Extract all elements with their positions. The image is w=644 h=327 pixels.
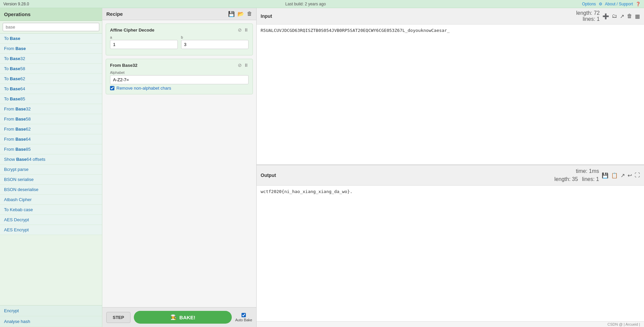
sidebar-item-4[interactable]: To Base62 bbox=[0, 74, 102, 84]
sidebar-list: To BaseFrom BaseTo Base32To Base58To Bas… bbox=[0, 34, 102, 305]
sidebar-item-7[interactable]: From Base32 bbox=[0, 104, 102, 114]
sidebar-item-6[interactable]: To Base85 bbox=[0, 94, 102, 104]
affine-disable-icon[interactable]: ⊘ bbox=[238, 27, 242, 33]
version-label: Version 9.28.0 bbox=[3, 2, 29, 6]
output-time-label: time: bbox=[576, 168, 589, 174]
recipe-header: Recipe 💾 📂 🗑 bbox=[102, 8, 256, 20]
sidebar-item-17[interactable]: To Kebab case bbox=[0, 205, 102, 215]
affine-cipher-title: Affine Cipher Decode bbox=[110, 28, 154, 33]
remove-nonalpha-row: Remove non-alphabet chars bbox=[110, 86, 249, 91]
from-base32-disable-icon[interactable]: ⊘ bbox=[238, 62, 242, 68]
right-panel: Input length: 72 lines: 1 ➕ 🗂 ↗ 🗑 ▦ Out bbox=[257, 8, 644, 327]
affine-b-field: b bbox=[181, 35, 249, 49]
output-save-icon[interactable]: 💾 bbox=[602, 172, 608, 179]
sidebar-item-13[interactable]: Bcrypt parse bbox=[0, 165, 102, 175]
sidebar: Operations To BaseFrom BaseTo Base32To B… bbox=[0, 8, 102, 327]
input-icons: length: 72 lines: 1 ➕ 🗂 ↗ 🗑 ▦ bbox=[576, 10, 640, 22]
main-layout: Operations To BaseFrom BaseTo Base32To B… bbox=[0, 8, 644, 327]
alphabet-field: Alphabet bbox=[110, 71, 249, 84]
sidebar-item-analyse-hash[interactable]: Analyse hash bbox=[0, 316, 102, 327]
sidebar-item-5[interactable]: To Base64 bbox=[0, 84, 102, 94]
recipe-body: Affine Cipher Decode ⊘ ⏸ a b bbox=[102, 20, 256, 307]
bake-label: BAKE! bbox=[179, 315, 196, 320]
sidebar-item-18[interactable]: AES Decrypt bbox=[0, 215, 102, 225]
input-section: Input length: 72 lines: 1 ➕ 🗂 ↗ 🗑 ▦ bbox=[257, 8, 644, 165]
sidebar-item-19[interactable]: AES Encrypt bbox=[0, 225, 102, 235]
search-input[interactable] bbox=[3, 23, 99, 31]
input-meta: length: 72 lines: 1 bbox=[576, 10, 600, 22]
output-popout-icon[interactable]: ↗ bbox=[621, 172, 625, 179]
input-lines-label: lines: bbox=[583, 16, 597, 22]
sidebar-item-12[interactable]: Show Base64 offsets bbox=[0, 154, 102, 165]
bake-button[interactable]: 🧑‍🍳 BAKE! bbox=[134, 311, 232, 324]
from-base32-icons: ⊘ ⏸ bbox=[238, 62, 249, 68]
delete-recipe-icon[interactable]: 🗑 bbox=[247, 11, 252, 17]
affine-a-label: a bbox=[110, 35, 178, 39]
help-icon[interactable]: ❓ bbox=[636, 2, 641, 6]
about-link[interactable]: About / Support bbox=[605, 2, 633, 6]
sidebar-item-15[interactable]: BSON deserialise bbox=[0, 185, 102, 195]
input-length-label: length: bbox=[576, 10, 594, 16]
sidebar-item-10[interactable]: From Base64 bbox=[0, 134, 102, 144]
sidebar-item-11[interactable]: From Base85 bbox=[0, 144, 102, 154]
bake-icon: 🧑‍🍳 bbox=[170, 314, 177, 320]
input-length-value: 72 bbox=[594, 10, 600, 16]
input-add-icon[interactable]: ➕ bbox=[602, 13, 609, 19]
alphabet-input[interactable] bbox=[110, 75, 249, 84]
output-fullscreen-icon[interactable]: ⛶ bbox=[635, 172, 640, 178]
sidebar-item-8[interactable]: From Base58 bbox=[0, 114, 102, 124]
statusbar: CSDN @ | Arcueid | bbox=[257, 321, 644, 327]
sidebar-item-16[interactable]: Atbash Cipher bbox=[0, 195, 102, 205]
remove-nonalpha-checkbox[interactable] bbox=[110, 86, 114, 90]
output-copy-icon[interactable]: 📋 bbox=[611, 172, 618, 179]
output-lines-label: lines: bbox=[582, 176, 596, 182]
affine-a-input[interactable] bbox=[110, 40, 178, 49]
affine-cipher-icons: ⊘ ⏸ bbox=[238, 27, 249, 33]
open-recipe-icon[interactable]: 📂 bbox=[237, 11, 244, 17]
recipe-panel: Recipe 💾 📂 🗑 Affine Cipher Decode ⊘ ⏸ bbox=[102, 8, 257, 327]
sidebar-item-2[interactable]: To Base32 bbox=[0, 54, 102, 64]
from-base32-pause-icon[interactable]: ⏸ bbox=[244, 62, 249, 68]
output-undo-icon[interactable]: ↩ bbox=[628, 172, 632, 179]
remove-nonalpha-label[interactable]: Remove non-alphabet chars bbox=[116, 86, 171, 91]
step-button[interactable]: STEP bbox=[106, 312, 130, 323]
affine-cipher-fields: a b bbox=[110, 35, 249, 49]
sidebar-item-9[interactable]: From Base62 bbox=[0, 124, 102, 134]
from-base32-card: From Base32 ⊘ ⏸ Alphabet Remove non-alph… bbox=[106, 59, 253, 94]
topbar: Version 9.28.0 Last build: 2 years ago O… bbox=[0, 0, 644, 8]
affine-b-input[interactable] bbox=[181, 40, 249, 49]
input-textarea[interactable] bbox=[257, 25, 644, 165]
options-link[interactable]: Options bbox=[582, 2, 596, 6]
affine-pause-icon[interactable]: ⏸ bbox=[244, 27, 249, 33]
input-delete-icon[interactable]: 🗑 bbox=[627, 13, 632, 19]
sidebar-item-14[interactable]: BSON serialise bbox=[0, 175, 102, 185]
recipe-header-icons: 💾 📂 🗑 bbox=[228, 11, 252, 17]
output-text: wctf2020{ni_hao_xiang_xiang_da_wo}. bbox=[261, 189, 353, 194]
input-title: Input bbox=[261, 13, 272, 19]
output-length-value: 35 bbox=[572, 176, 578, 182]
recipe-footer: STEP 🧑‍🍳 BAKE! Auto Bake bbox=[102, 307, 256, 327]
output-section: Output time: 1ms length: 35 lines: 1 💾 📋… bbox=[257, 165, 644, 321]
output-length-label: length: bbox=[554, 176, 572, 182]
gear-icon[interactable]: ⚙ bbox=[599, 2, 602, 6]
sidebar-header: Operations bbox=[0, 8, 102, 21]
sidebar-item-3[interactable]: To Base58 bbox=[0, 64, 102, 74]
alphabet-label: Alphabet bbox=[110, 71, 249, 75]
autobake-wrap: Auto Bake bbox=[235, 313, 252, 322]
output-time-value: 1ms bbox=[589, 168, 599, 174]
save-recipe-icon[interactable]: 💾 bbox=[228, 11, 235, 17]
input-popout-icon[interactable]: ↗ bbox=[620, 13, 624, 19]
sidebar-item-1[interactable]: From Base bbox=[0, 44, 102, 54]
recipe-title: Recipe bbox=[106, 11, 123, 17]
sidebar-item-0[interactable]: To Base bbox=[0, 34, 102, 44]
autobake-checkbox[interactable] bbox=[241, 313, 246, 317]
output-title: Output bbox=[261, 173, 276, 178]
build-label: Last build: 2 years ago bbox=[285, 2, 326, 6]
sidebar-item-encrypt[interactable]: Encrypt bbox=[0, 306, 102, 316]
affine-cipher-card: Affine Cipher Decode ⊘ ⏸ a b bbox=[106, 24, 253, 55]
autobake-label[interactable]: Auto Bake bbox=[235, 318, 252, 322]
input-open-icon[interactable]: 🗂 bbox=[612, 13, 617, 19]
output-meta: time: 1ms length: 35 lines: 1 bbox=[554, 167, 599, 183]
input-lines-value: 1 bbox=[597, 16, 600, 22]
input-grid-icon[interactable]: ▦ bbox=[635, 13, 640, 19]
